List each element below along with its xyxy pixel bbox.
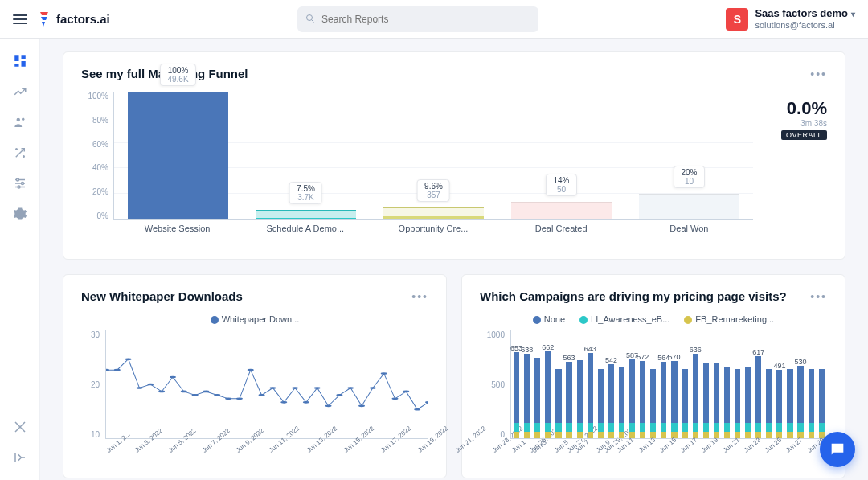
whitepaper-legend: Whitepaper Down...: [81, 314, 428, 324]
svg-point-15: [18, 186, 20, 188]
nav-dashboards-icon[interactable]: [12, 53, 28, 69]
funnel-bar-pct: 9.6%: [424, 182, 443, 191]
campaign-bar[interactable]: [693, 354, 698, 438]
workspace-name: Saas factors demo: [755, 8, 848, 19]
svg-line-1: [312, 19, 314, 22]
svg-point-39: [336, 394, 342, 396]
svg-point-36: [303, 401, 309, 404]
campaign-bar[interactable]: [745, 367, 751, 438]
funnel-bar-count: 357: [424, 191, 443, 199]
funnel-summary: 0.0% 3m 38s OVERALL: [763, 92, 827, 244]
nav-tools-icon[interactable]: [12, 419, 28, 435]
card-menu-icon[interactable]: •••: [810, 68, 827, 80]
funnel-bar-count: 50: [553, 185, 569, 194]
campaign-bar[interactable]: [661, 362, 666, 438]
campaign-bar[interactable]: [735, 369, 740, 438]
campaigns-legend: None LI_Awareness_eB... FB_Remareketing.…: [480, 314, 827, 324]
svg-point-47: [425, 401, 428, 404]
campaign-bar[interactable]: [640, 361, 645, 438]
campaign-bar[interactable]: [787, 369, 792, 438]
user-menu[interactable]: S Saas factors demo ▾ solutions@factors.…: [726, 8, 855, 31]
funnel-bar[interactable]: 14%50: [511, 202, 611, 219]
funnel-x-label: Schedule A Demo...: [241, 224, 369, 244]
search-box[interactable]: [297, 6, 538, 32]
whitepaper-title: New Whitepaper Downloads: [81, 289, 243, 303]
funnel-bar[interactable]: 20%10: [639, 194, 739, 219]
nav-people-icon[interactable]: [12, 114, 28, 130]
campaign-bar[interactable]: [671, 361, 677, 438]
campaign-bar[interactable]: [703, 363, 709, 438]
brand-glyph-icon: [39, 12, 51, 27]
campaign-bar[interactable]: [809, 369, 814, 438]
svg-point-14: [21, 183, 23, 185]
campaign-bar[interactable]: [545, 351, 551, 438]
campaign-bar[interactable]: [608, 364, 614, 438]
svg-rect-2: [14, 55, 18, 61]
campaign-bar[interactable]: [682, 369, 687, 438]
funnel-x-label: Opportunity Cre...: [369, 224, 497, 244]
svg-point-44: [392, 398, 399, 400]
nav-sliders-icon[interactable]: [12, 175, 28, 191]
nav-magic-icon[interactable]: [12, 145, 28, 161]
card-menu-icon[interactable]: •••: [411, 290, 428, 303]
svg-point-0: [307, 14, 313, 20]
campaigns-title: Which Campaigns are driving my pricing p…: [480, 289, 787, 303]
svg-point-32: [259, 394, 265, 396]
campaign-bar[interactable]: [566, 362, 571, 438]
svg-point-46: [414, 408, 420, 411]
campaign-bar[interactable]: [555, 369, 561, 438]
nav-settings-icon[interactable]: [12, 206, 28, 222]
funnel-bar-pct: 20%: [681, 168, 697, 177]
svg-point-29: [225, 398, 231, 400]
funnel-bar-count: 49.6K: [167, 75, 188, 84]
brand-name: factors.ai: [56, 12, 110, 26]
svg-point-35: [292, 387, 298, 389]
nav-collapse-icon[interactable]: [12, 449, 28, 466]
campaign-bar[interactable]: [755, 356, 761, 438]
campaign-bar[interactable]: [724, 367, 730, 438]
campaign-bar[interactable]: [619, 367, 624, 438]
campaign-bar[interactable]: [650, 369, 656, 438]
campaign-bar[interactable]: [514, 352, 519, 438]
svg-point-30: [236, 398, 243, 400]
card-menu-icon[interactable]: •••: [810, 290, 827, 303]
funnel-bar-count: 10: [681, 177, 697, 186]
campaign-bar[interactable]: [629, 359, 635, 438]
svg-point-23: [158, 391, 165, 393]
campaign-bar[interactable]: [797, 366, 803, 438]
svg-point-25: [181, 391, 187, 393]
funnel-bar[interactable]: 7.5%3.7K: [256, 210, 355, 219]
campaign-bar[interactable]: [588, 353, 593, 438]
campaign-bar[interactable]: [534, 358, 540, 438]
funnel-bar-count: 3.7K: [297, 193, 315, 202]
campaign-bar[interactable]: [598, 369, 604, 438]
svg-point-7: [22, 118, 24, 121]
campaign-bar[interactable]: [819, 369, 825, 438]
svg-rect-3: [21, 55, 25, 59]
whitepaper-chart: 302010 Jun 1, 2...Jun 3, 2022Jun 5, 2022…: [81, 330, 428, 463]
svg-rect-5: [14, 64, 18, 67]
svg-point-40: [347, 387, 354, 389]
menu-toggle-icon[interactable]: [13, 14, 27, 24]
nav-analytics-icon[interactable]: [12, 84, 28, 100]
svg-point-20: [125, 358, 132, 360]
campaigns-chart: 10005000 6536386625636435425875725645706…: [480, 330, 827, 463]
svg-point-19: [114, 369, 121, 371]
chat-launcher-icon[interactable]: [820, 432, 855, 467]
svg-point-41: [358, 405, 365, 408]
search-input[interactable]: [320, 13, 530, 26]
svg-point-38: [326, 405, 332, 408]
campaign-bar[interactable]: [577, 360, 583, 438]
svg-point-27: [203, 391, 209, 393]
svg-point-9: [23, 156, 24, 158]
funnel-card: See my full Marketing Funnel ••• 100%80%…: [63, 51, 845, 260]
funnel-bar[interactable]: 100%49.6K: [128, 92, 227, 219]
campaign-bar[interactable]: [524, 354, 530, 438]
svg-point-28: [214, 394, 220, 396]
overall-tag: OVERALL: [781, 130, 827, 140]
campaign-bar[interactable]: [766, 369, 772, 438]
campaign-bar[interactable]: [714, 363, 719, 438]
funnel-bar-pct: 7.5%: [297, 184, 315, 193]
campaign-bar[interactable]: [776, 370, 782, 438]
funnel-bar[interactable]: 9.6%357: [383, 207, 483, 219]
